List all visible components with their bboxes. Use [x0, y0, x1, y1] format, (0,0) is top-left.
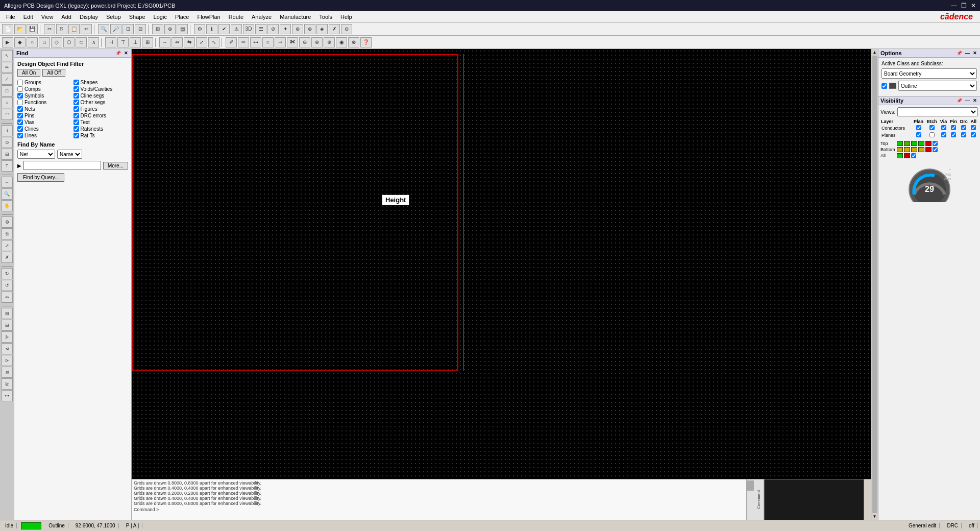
tb2-28[interactable]: ⊗ — [348, 37, 359, 47]
lt-delete[interactable]: ✗ — [2, 252, 13, 263]
tb-open[interactable]: 📂 — [14, 24, 26, 34]
minimize-btn[interactable]: — — [951, 2, 957, 9]
cb-nets-check[interactable] — [17, 106, 23, 112]
cb-symbols-check[interactable] — [17, 93, 23, 99]
menu-add[interactable]: Add — [57, 13, 76, 21]
lt-extra4[interactable]: ⊴ — [2, 367, 13, 378]
tb-zoomall[interactable]: ⊟ — [135, 24, 146, 34]
tb-check[interactable]: ✔ — [218, 24, 230, 34]
lt-group[interactable]: ⊞ — [2, 308, 13, 319]
tb2-10[interactable]: ⊤ — [117, 37, 129, 47]
cb-voids-check[interactable] — [74, 86, 79, 92]
lt-draw[interactable]: ✏ — [2, 62, 13, 73]
cb-lines-check[interactable] — [17, 133, 23, 138]
tb-zoomout[interactable]: 🔎 — [110, 24, 121, 34]
planes-plan[interactable] — [916, 132, 921, 137]
lt-prop[interactable]: ⚙ — [2, 216, 13, 228]
conductors-via[interactable] — [941, 125, 946, 130]
tb2-7[interactable]: ⊂ — [76, 37, 87, 47]
tb-info[interactable]: ℹ — [206, 24, 217, 34]
cb-functions-check[interactable] — [17, 100, 23, 105]
lt-extra6[interactable]: ⊶ — [2, 390, 13, 401]
find-pin-icon[interactable]: 📌 — [114, 50, 122, 56]
cb-groups-check[interactable] — [17, 80, 23, 85]
conductors-drc[interactable] — [961, 125, 966, 130]
tb2-5[interactable]: ◇ — [51, 37, 62, 47]
tb2-3[interactable]: ○ — [27, 37, 38, 47]
lt-extra2[interactable]: ⊲ — [2, 343, 13, 354]
tb2-11[interactable]: ⊥ — [130, 37, 141, 47]
lt-zoom[interactable]: 🔍 — [2, 188, 13, 200]
tb-extra8[interactable]: ⊖ — [341, 24, 352, 34]
menu-view[interactable]: View — [37, 13, 58, 21]
maximize-btn[interactable]: ❐ — [961, 2, 967, 9]
menu-manufacture[interactable]: Manufacture — [276, 13, 315, 21]
cb-pins-check[interactable] — [17, 113, 23, 118]
planes-all[interactable] — [971, 132, 976, 137]
lt-route[interactable]: ⌇ — [2, 125, 13, 136]
class-select[interactable]: Board Geometry Etch Package Geometry — [881, 68, 977, 79]
cb-vias-check[interactable] — [17, 119, 23, 125]
lt-spin1[interactable]: ↻ — [2, 268, 13, 279]
vertical-scrollbar[interactable]: ▲ ▼ — [871, 49, 878, 520]
tb2-4[interactable]: □ — [39, 37, 50, 47]
tb-cut[interactable]: ✂ — [44, 24, 55, 34]
tb-extra5[interactable]: ⊚ — [304, 24, 315, 34]
menu-logic[interactable]: Logic — [150, 13, 171, 21]
subclass-select[interactable]: Outline Silkscreen_Top Assembly_Top — [898, 81, 977, 91]
menu-flowplan[interactable]: FlowPlan — [193, 13, 224, 21]
find-type-select[interactable]: Net Pin Via Component — [17, 150, 55, 159]
tb2-14[interactable]: ⇔ — [172, 37, 183, 47]
tb-grid[interactable]: ⊞ — [152, 24, 163, 34]
lt-rect[interactable]: □ — [2, 85, 13, 96]
find-close-icon[interactable]: ✕ — [123, 50, 129, 56]
menu-route[interactable]: Route — [225, 13, 248, 21]
options-close-icon[interactable]: ✕ — [972, 50, 978, 56]
lt-pan[interactable]: ✋ — [2, 200, 13, 211]
tb-extra4[interactable]: ⊛ — [292, 24, 303, 34]
tb-zoomin[interactable]: 🔍 — [98, 24, 109, 34]
scroll-thumb[interactable] — [872, 56, 877, 513]
pcb-canvas[interactable]: Height Width Left X and Lower Y — [132, 49, 871, 520]
cb-text-check[interactable] — [74, 119, 79, 125]
minimap-scrollbar[interactable] — [864, 479, 871, 520]
tb2-24[interactable]: ⊝ — [299, 37, 310, 47]
menu-analyze[interactable]: Analyze — [248, 13, 276, 21]
tb2-6[interactable]: ⬡ — [63, 37, 75, 47]
tb2-2[interactable]: ◆ — [14, 37, 26, 47]
find-filter-select[interactable]: Name Value — [57, 150, 82, 159]
tb2-22[interactable]: ⊸ — [275, 37, 286, 47]
lt-move[interactable]: ⤢ — [2, 240, 13, 251]
all-off-btn[interactable]: All Off — [42, 69, 65, 77]
tb2-1[interactable]: ▶ — [2, 37, 13, 47]
conductors-plan[interactable] — [916, 125, 921, 130]
close-btn[interactable]: ✕ — [971, 2, 976, 9]
tb-zoomfit[interactable]: ⊡ — [122, 24, 134, 34]
tb2-18[interactable]: ✐ — [226, 37, 237, 47]
console-scrollbar[interactable] — [747, 479, 754, 520]
tb2-13[interactable]: ↔ — [159, 37, 170, 47]
top-all-check[interactable] — [933, 141, 938, 146]
find-name-input[interactable] — [23, 161, 101, 170]
cb-figures-check[interactable] — [74, 106, 79, 112]
tb2-19[interactable]: ✑ — [238, 37, 249, 47]
tb2-8[interactable]: ∧ — [88, 37, 99, 47]
tb2-9[interactable]: ⊣ — [105, 37, 116, 47]
planes-via[interactable] — [941, 132, 946, 137]
lt-measure[interactable]: ↔ — [2, 177, 13, 188]
cb-ratsnests-check[interactable] — [74, 126, 79, 132]
subclass-check[interactable] — [881, 83, 887, 89]
tb2-20[interactable]: ⊶ — [250, 37, 261, 47]
all-all-check[interactable] — [911, 153, 916, 158]
planes-pin[interactable] — [951, 132, 956, 137]
find-by-query-btn[interactable]: Find by Query... — [17, 173, 64, 182]
menu-display[interactable]: Display — [76, 13, 102, 21]
tb-copy[interactable]: ⎘ — [56, 24, 67, 34]
cb-comps-check[interactable] — [17, 86, 23, 92]
tb2-23[interactable]: ✀ — [287, 37, 298, 47]
tb2-29[interactable]: ❓ — [360, 37, 372, 47]
lt-text[interactable]: T — [2, 160, 13, 172]
visibility-pin-icon[interactable]: 📌 — [955, 98, 963, 104]
menu-file[interactable]: File — [2, 13, 19, 21]
cb-othersegs-check[interactable] — [74, 100, 79, 105]
